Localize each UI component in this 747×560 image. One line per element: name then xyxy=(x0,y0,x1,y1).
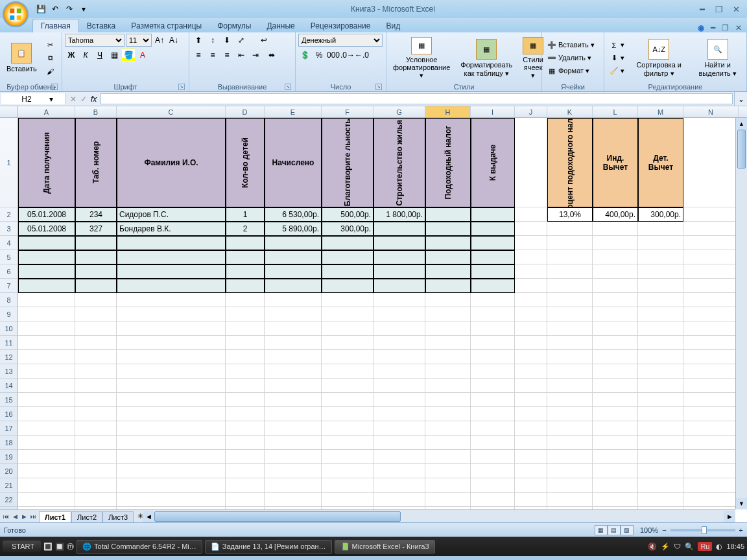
cell-I6[interactable] xyxy=(471,264,515,279)
row-header-13[interactable]: 13 xyxy=(0,364,18,379)
delete-cells-button[interactable]: ➖Удалить ▾ xyxy=(545,52,597,64)
cell-C6[interactable] xyxy=(117,264,226,279)
cell-K4[interactable] xyxy=(547,236,593,250)
cancel-formula-icon[interactable]: ✕ xyxy=(70,95,77,104)
cell-I19[interactable] xyxy=(471,450,515,464)
find-select-button[interactable]: 🔍Найти и выделить ▾ xyxy=(691,36,744,81)
thousands-button[interactable]: 000 xyxy=(327,49,340,62)
cell-N3[interactable] xyxy=(683,222,739,236)
cell-H8[interactable] xyxy=(425,293,471,307)
cell-E10[interactable] xyxy=(265,321,322,336)
cell-C5[interactable] xyxy=(117,250,226,264)
merge-button[interactable]: ⬌ xyxy=(263,49,280,62)
cell-B17[interactable] xyxy=(75,421,117,436)
cell-C21[interactable] xyxy=(117,478,226,493)
cell-M15[interactable] xyxy=(638,393,683,407)
cell-K9[interactable] xyxy=(547,307,593,321)
underline-button[interactable]: Ч xyxy=(93,49,106,62)
cell-L10[interactable] xyxy=(593,321,638,336)
cell-C10[interactable] xyxy=(117,321,226,336)
scroll-down-icon[interactable]: ▼ xyxy=(736,498,747,509)
cell-N12[interactable] xyxy=(683,350,739,364)
name-box[interactable]: ▾ xyxy=(1,93,66,104)
cell-F18[interactable] xyxy=(322,436,374,450)
accept-formula-icon[interactable]: ✓ xyxy=(80,95,87,104)
zoom-out-button[interactable]: − xyxy=(662,526,666,534)
cell-N11[interactable] xyxy=(683,336,739,350)
cell-B19[interactable] xyxy=(75,450,117,464)
cell-K16[interactable] xyxy=(547,407,593,421)
format-as-table-button[interactable]: ▦Форматировать как таблицу ▾ xyxy=(456,36,516,81)
italic-button[interactable]: К xyxy=(79,49,92,62)
tab-data[interactable]: Данные xyxy=(259,19,302,32)
doc-minimize-button[interactable]: ━ xyxy=(711,23,715,32)
cell-G2[interactable]: 1 800,00р. xyxy=(374,207,425,222)
cell-H13[interactable] xyxy=(425,364,471,379)
clear-button[interactable]: 🧹▾ xyxy=(607,65,626,77)
align-center-button[interactable]: ≡ xyxy=(206,49,219,62)
cell-C19[interactable] xyxy=(117,450,226,464)
cell-L7[interactable] xyxy=(593,279,638,293)
cell-C16[interactable] xyxy=(117,407,226,421)
cell-L1[interactable]: Инд. Вычет xyxy=(593,118,638,207)
cell-A7[interactable] xyxy=(18,279,75,293)
cell-N19[interactable] xyxy=(683,450,739,464)
cell-E17[interactable] xyxy=(265,421,322,436)
cell-F6[interactable] xyxy=(322,264,374,279)
cell-M3[interactable] xyxy=(638,222,683,236)
cell-J16[interactable] xyxy=(515,407,547,421)
cell-B15[interactable] xyxy=(75,393,117,407)
cell-D8[interactable] xyxy=(226,293,265,307)
col-header-N[interactable]: N xyxy=(683,106,739,117)
cell-H2[interactable] xyxy=(425,207,471,222)
restore-button[interactable]: ❐ xyxy=(713,5,725,14)
cell-N20[interactable] xyxy=(683,464,739,478)
cell-H18[interactable] xyxy=(425,436,471,450)
cell-J3[interactable] xyxy=(515,222,547,236)
bold-button[interactable]: Ж xyxy=(65,49,78,62)
grow-font-button[interactable]: A↑ xyxy=(153,34,166,47)
cell-C11[interactable] xyxy=(117,336,226,350)
row-header-16[interactable]: 16 xyxy=(0,407,18,421)
cell-N2[interactable] xyxy=(683,207,739,222)
cell-L6[interactable] xyxy=(593,264,638,279)
col-header-B[interactable]: B xyxy=(75,106,117,117)
cell-I3[interactable] xyxy=(471,222,515,236)
next-sheet-icon[interactable]: ▶ xyxy=(19,513,29,520)
cell-B10[interactable] xyxy=(75,321,117,336)
cell-D3[interactable]: 2 xyxy=(226,222,265,236)
cell-D19[interactable] xyxy=(226,450,265,464)
cell-I7[interactable] xyxy=(471,279,515,293)
cell-H11[interactable] xyxy=(425,336,471,350)
hscroll-thumb[interactable] xyxy=(154,511,401,522)
cell-H1[interactable]: Подоходный налог xyxy=(425,118,471,207)
cut-button[interactable]: ✂ xyxy=(43,40,58,51)
cell-N6[interactable] xyxy=(683,264,739,279)
copy-button[interactable]: ⧉ xyxy=(43,52,58,64)
cell-C2[interactable]: Сидоров П.С. xyxy=(117,207,226,222)
cell-E9[interactable] xyxy=(265,307,322,321)
col-header-H[interactable]: H xyxy=(425,106,471,117)
cell-J11[interactable] xyxy=(515,336,547,350)
cell-K11[interactable] xyxy=(547,336,593,350)
cell-F7[interactable] xyxy=(322,279,374,293)
cell-F2[interactable]: 500,00р. xyxy=(322,207,374,222)
cell-A14[interactable] xyxy=(18,379,75,393)
undo-icon[interactable]: ↶ xyxy=(49,3,61,15)
cell-E22[interactable] xyxy=(265,493,322,507)
cell-G14[interactable] xyxy=(374,379,425,393)
cell-J13[interactable] xyxy=(515,364,547,379)
cell-B16[interactable] xyxy=(75,407,117,421)
cell-M8[interactable] xyxy=(638,293,683,307)
cell-L15[interactable] xyxy=(593,393,638,407)
cell-C15[interactable] xyxy=(117,393,226,407)
save-icon[interactable]: 💾 xyxy=(35,3,47,15)
cell-J19[interactable] xyxy=(515,450,547,464)
cell-K22[interactable] xyxy=(547,493,593,507)
cell-K20[interactable] xyxy=(547,464,593,478)
clock[interactable]: 18:45 xyxy=(726,542,744,550)
cell-M10[interactable] xyxy=(638,321,683,336)
cell-D20[interactable] xyxy=(226,464,265,478)
cell-C3[interactable]: Бондарев В.К. xyxy=(117,222,226,236)
cell-J17[interactable] xyxy=(515,421,547,436)
